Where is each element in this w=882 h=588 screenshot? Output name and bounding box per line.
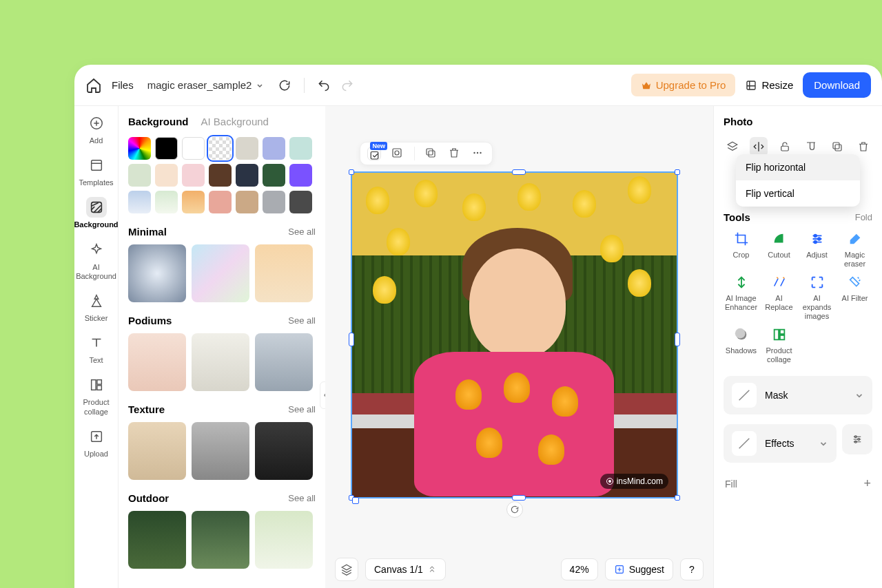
swatch-color[interactable] <box>263 137 285 160</box>
duplicate-icon[interactable] <box>828 137 846 156</box>
swatch-color[interactable] <box>209 191 232 213</box>
resize-handle[interactable] <box>349 495 354 501</box>
tool-shadows[interactable]: Shadows <box>724 326 759 364</box>
rail-background[interactable]: Background <box>77 197 116 229</box>
swatch-color[interactable] <box>182 191 205 213</box>
swatch-color[interactable] <box>155 164 178 187</box>
resize-handle[interactable] <box>349 333 354 346</box>
bg-thumb[interactable] <box>255 244 313 302</box>
resize-handle[interactable] <box>512 169 526 175</box>
swatch-color[interactable] <box>182 164 205 187</box>
swatch-color[interactable] <box>209 164 232 187</box>
ai-tool-icon[interactable]: New <box>367 147 381 160</box>
resize-handle[interactable] <box>349 169 354 175</box>
swatch-black[interactable] <box>155 137 178 160</box>
rail-add[interactable]: Add <box>77 113 116 145</box>
tool-cutout[interactable]: Cutout <box>761 230 797 268</box>
mask-accordion[interactable]: Mask <box>724 376 872 414</box>
sync-icon[interactable] <box>278 78 291 92</box>
tool-magic-eraser[interactable]: Magic eraser <box>837 230 872 268</box>
rail-templates[interactable]: Templates <box>77 155 116 187</box>
swatch-color[interactable] <box>128 164 151 187</box>
bg-thumb[interactable] <box>255 511 313 569</box>
tool-product-collage[interactable]: Product collage <box>761 326 797 364</box>
fold-link[interactable]: Fold <box>855 212 872 222</box>
swatch-color[interactable] <box>236 191 258 213</box>
upgrade-button[interactable]: Upgrade to Pro <box>631 74 736 96</box>
swatch-color[interactable] <box>236 164 258 187</box>
resize-handle[interactable] <box>675 169 680 175</box>
swatch-transparent[interactable] <box>209 137 232 160</box>
resize-button[interactable]: Resize <box>745 79 793 92</box>
tool-ai-enhancer[interactable]: AI Image Enhancer <box>724 273 759 320</box>
resize-handle[interactable] <box>675 495 680 501</box>
tool-adjust[interactable]: Adjust <box>799 230 834 268</box>
rail-ai-background[interactable]: AI Background <box>77 240 116 281</box>
add-fill-button[interactable]: + <box>863 476 871 491</box>
tool-ai-filter[interactable]: AI Filter <box>837 273 872 320</box>
layers-icon[interactable] <box>724 137 741 156</box>
more-icon[interactable] <box>471 147 485 160</box>
zoom-level[interactable]: 42% <box>561 558 598 580</box>
swatch-color[interactable] <box>128 191 151 213</box>
tool-crop[interactable]: Crop <box>724 230 759 268</box>
effects-settings-button[interactable] <box>842 424 872 454</box>
frame-icon[interactable] <box>391 147 404 160</box>
download-button[interactable]: Download <box>803 72 871 98</box>
bg-thumb[interactable] <box>192 333 249 391</box>
rail-upload[interactable]: Upload <box>77 426 116 459</box>
help-button[interactable]: ? <box>680 558 704 580</box>
rail-product-collage[interactable]: Product collage <box>77 375 116 416</box>
bg-thumb[interactable] <box>128 333 186 391</box>
flip-icon[interactable] <box>750 137 768 156</box>
swatch-color[interactable] <box>289 191 312 213</box>
suggest-button[interactable]: Suggest <box>605 558 673 580</box>
effects-accordion[interactable]: Effects <box>724 424 837 463</box>
bg-thumb[interactable] <box>128 422 186 480</box>
tool-ai-replace[interactable]: AI Replace <box>761 273 797 320</box>
file-selector[interactable]: magic eraser_sample2 <box>143 76 269 94</box>
rail-text[interactable]: Text <box>77 333 116 365</box>
tool-ai-expand[interactable]: AI expands images <box>799 273 834 320</box>
tab-ai-background[interactable]: AI Background <box>201 116 269 127</box>
rail-sticker[interactable]: Sticker <box>77 291 116 323</box>
selected-image[interactable]: insMind.com <box>351 171 678 498</box>
align-icon[interactable] <box>802 137 820 156</box>
bg-thumb[interactable] <box>128 244 186 302</box>
swatch-color[interactable] <box>289 137 312 160</box>
bg-thumb[interactable] <box>192 244 249 302</box>
swatch-rainbow[interactable] <box>128 137 151 160</box>
rotate-handle[interactable] <box>506 501 523 518</box>
swatch-white[interactable] <box>182 137 205 160</box>
swatch-color[interactable] <box>263 191 285 213</box>
trash-icon[interactable] <box>854 137 872 156</box>
bg-thumb[interactable] <box>128 511 186 569</box>
redo-icon[interactable] <box>340 78 354 92</box>
swatch-color[interactable] <box>155 191 178 213</box>
lock-icon[interactable] <box>776 137 794 156</box>
swatch-color[interactable] <box>263 164 285 187</box>
canvas-area[interactable]: New <box>325 106 714 588</box>
bg-thumb[interactable] <box>255 333 313 391</box>
see-all-podiums[interactable]: See all <box>288 315 316 326</box>
see-all-texture[interactable]: See all <box>288 404 316 414</box>
bg-thumb[interactable] <box>192 511 249 569</box>
swatch-color[interactable] <box>236 137 258 160</box>
layers-button[interactable] <box>335 558 358 581</box>
canvas-selector[interactable]: Canvas 1/1 <box>365 558 446 580</box>
see-all-outdoor[interactable]: See all <box>288 493 316 503</box>
resize-handle[interactable] <box>512 495 526 501</box>
flip-horizontal-item[interactable]: Flip horizontal <box>736 154 860 180</box>
trash-icon[interactable] <box>448 147 462 160</box>
undo-icon[interactable] <box>317 78 331 92</box>
home-icon[interactable] <box>85 77 102 94</box>
tab-background[interactable]: Background <box>128 116 189 127</box>
bg-thumb[interactable] <box>192 422 249 480</box>
flip-vertical-item[interactable]: Flip vertical <box>736 180 860 207</box>
see-all-minimal[interactable]: See all <box>288 227 316 237</box>
bg-thumb[interactable] <box>255 422 313 480</box>
resize-handle[interactable] <box>675 333 680 346</box>
files-link[interactable]: Files <box>112 79 134 91</box>
swatch-color[interactable] <box>289 164 312 187</box>
copy-icon[interactable] <box>424 147 438 160</box>
